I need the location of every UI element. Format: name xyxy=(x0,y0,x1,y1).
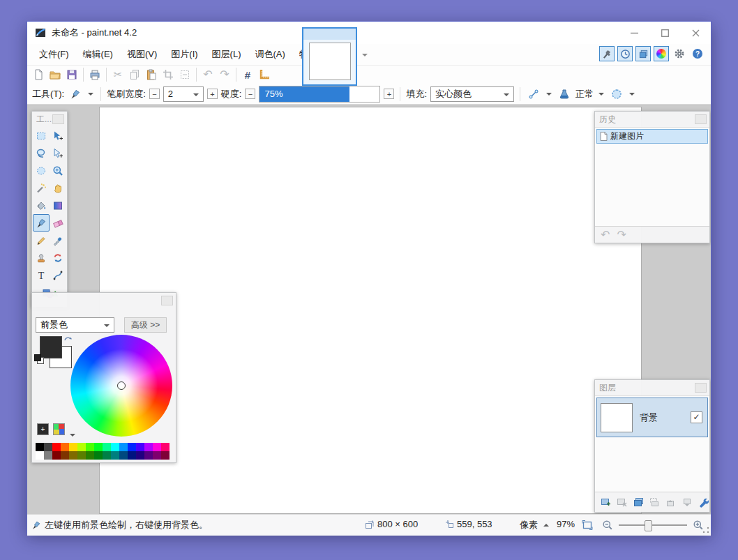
tools-window-toggle[interactable] xyxy=(599,46,615,61)
menu-item-6[interactable]: 调色(A) xyxy=(248,45,292,64)
tool-zoom[interactable] xyxy=(50,162,66,179)
color-wheel[interactable] xyxy=(70,335,172,437)
crop-button[interactable] xyxy=(160,67,176,82)
palette-swatch[interactable] xyxy=(153,443,161,451)
zoom-out-button[interactable] xyxy=(600,517,615,533)
duplicate-layer-button[interactable] xyxy=(633,496,645,508)
palette-swatch[interactable] xyxy=(61,451,69,460)
palette-swatch[interactable] xyxy=(153,451,161,460)
tool-text[interactable]: T xyxy=(33,266,50,284)
tool-recolor[interactable] xyxy=(50,249,66,266)
palette-menu-caret[interactable] xyxy=(68,427,77,443)
selection-mode-button[interactable] xyxy=(609,86,624,102)
palette-swatch[interactable] xyxy=(52,443,61,451)
palette-swatch[interactable] xyxy=(94,443,103,451)
layer-row[interactable]: 背景 ✓ xyxy=(596,398,708,437)
palette-swatch[interactable] xyxy=(69,451,77,460)
reset-colors-icon[interactable] xyxy=(34,354,44,364)
fill-style-select[interactable]: 实心颜色 xyxy=(430,86,514,102)
paste-button[interactable] xyxy=(144,67,159,82)
layers-panel-close-button[interactable] xyxy=(695,383,707,393)
color-wheel-selector[interactable] xyxy=(117,381,126,390)
units-select[interactable]: 像素 xyxy=(520,519,549,531)
hardness-decrease-button[interactable]: − xyxy=(245,89,255,99)
layer-properties-button[interactable] xyxy=(698,496,709,508)
palette-swatch[interactable] xyxy=(103,451,111,460)
minimize-button[interactable] xyxy=(619,22,649,44)
tools-panel-header[interactable]: 工... xyxy=(32,112,67,127)
tool-paint-bucket[interactable] xyxy=(33,197,50,214)
copy-button[interactable] xyxy=(127,67,142,82)
merge-layer-down-button[interactable] xyxy=(649,496,661,508)
tools-panel-close-button[interactable] xyxy=(52,114,64,124)
tool-color-picker[interactable] xyxy=(50,232,66,249)
palette-swatch[interactable] xyxy=(136,451,144,460)
zoom-slider[interactable] xyxy=(619,520,687,530)
image-list-dropdown[interactable] xyxy=(360,51,370,59)
canvas[interactable] xyxy=(100,107,641,513)
selection-mode-caret[interactable] xyxy=(628,86,636,102)
palette-swatch[interactable] xyxy=(61,443,69,451)
save-button[interactable] xyxy=(64,67,80,82)
print-button[interactable] xyxy=(87,67,103,82)
history-undo-icon[interactable]: ↶ xyxy=(601,228,610,241)
palette-swatch[interactable] xyxy=(119,451,128,460)
colors-panel-close-button[interactable] xyxy=(161,296,173,305)
tool-clone-stamp[interactable] xyxy=(33,249,50,266)
palette-swatch[interactable] xyxy=(86,451,94,460)
antialiasing-caret[interactable] xyxy=(545,86,553,102)
tool-rectangle-select[interactable] xyxy=(33,127,50,144)
tool-eraser[interactable] xyxy=(50,214,66,232)
palette-swatch[interactable] xyxy=(111,443,119,451)
advanced-colors-button[interactable]: 高级 >> xyxy=(124,317,167,333)
tool-line-curve[interactable] xyxy=(50,266,66,284)
layer-visibility-checkbox[interactable]: ✓ xyxy=(691,411,702,423)
palette-swatch[interactable] xyxy=(161,443,170,451)
palette-swatch[interactable] xyxy=(36,451,44,460)
redo-button[interactable]: ↷ xyxy=(217,67,232,82)
current-tool-button[interactable] xyxy=(68,86,83,102)
palette-swatch[interactable] xyxy=(52,451,61,460)
palette-swatch[interactable] xyxy=(77,451,86,460)
palette-swatch[interactable] xyxy=(69,443,77,451)
tool-pan[interactable] xyxy=(50,179,66,197)
tool-magic-wand[interactable] xyxy=(33,179,50,197)
brush-width-decrease-button[interactable]: − xyxy=(149,89,160,99)
resize-grip[interactable] xyxy=(702,527,709,533)
tool-gradient[interactable] xyxy=(50,197,66,214)
palette-swatch[interactable] xyxy=(128,443,136,451)
palette-swatch[interactable] xyxy=(36,443,44,451)
open-button[interactable] xyxy=(47,67,63,82)
palette-swatch[interactable] xyxy=(144,443,153,451)
tool-dropdown-caret[interactable] xyxy=(86,86,95,102)
colors-window-toggle[interactable] xyxy=(654,46,669,61)
tool-move-selection[interactable] xyxy=(50,144,66,162)
move-layer-down-button[interactable] xyxy=(681,496,693,508)
ruler-toggle-button[interactable] xyxy=(257,67,272,82)
tool-paintbrush[interactable] xyxy=(33,214,50,232)
grid-toggle-button[interactable]: # xyxy=(240,67,255,82)
blend-mode-button[interactable] xyxy=(557,86,572,102)
layers-panel-header[interactable]: 图层 xyxy=(595,380,709,395)
palette-menu-button[interactable] xyxy=(53,423,65,435)
deselect-button[interactable] xyxy=(177,67,193,82)
undo-button[interactable]: ↶ xyxy=(200,67,216,82)
blend-mode-caret[interactable] xyxy=(597,86,605,102)
palette-swatch[interactable] xyxy=(144,451,153,460)
zoom-to-window-button[interactable] xyxy=(580,517,595,533)
move-layer-up-button[interactable] xyxy=(665,496,677,508)
swap-colors-icon[interactable] xyxy=(63,335,73,343)
palette-swatch[interactable] xyxy=(86,443,94,451)
add-color-button[interactable]: + xyxy=(37,423,49,435)
palette-swatch[interactable] xyxy=(119,443,128,451)
palette-swatch[interactable] xyxy=(44,451,52,460)
tool-pencil[interactable] xyxy=(33,232,50,249)
add-layer-button[interactable] xyxy=(600,496,612,508)
layers-window-toggle[interactable] xyxy=(635,46,651,61)
menu-item-5[interactable]: 图层(L) xyxy=(205,45,248,64)
palette-swatch[interactable] xyxy=(94,451,103,460)
close-button[interactable] xyxy=(680,22,711,44)
brush-width-select[interactable]: 2 xyxy=(163,86,204,102)
palette-swatch[interactable] xyxy=(103,443,111,451)
delete-layer-button[interactable] xyxy=(616,496,628,508)
